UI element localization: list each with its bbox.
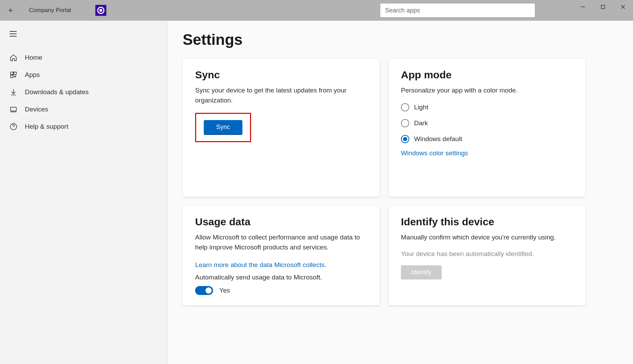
back-button[interactable]: [7, 6, 15, 14]
sidebar-item-home[interactable]: Home: [0, 49, 167, 66]
sidebar: Home Apps Downloads & updates Devices: [0, 21, 167, 364]
app-title: Company Portal: [29, 7, 71, 14]
search-input[interactable]: [380, 3, 535, 18]
card-usage-data: Usage data Allow Microsoft to collect pe…: [183, 206, 380, 305]
windows-color-settings-link[interactable]: Windows color settings: [401, 149, 468, 157]
sidebar-item-label: Devices: [25, 106, 48, 113]
svg-rect-3: [601, 5, 605, 9]
help-icon: [10, 123, 17, 130]
radio-light[interactable]: Light: [401, 103, 573, 111]
sidebar-item-label: Apps: [25, 71, 40, 79]
identify-button: Identify: [401, 265, 442, 279]
app-logo-icon: [95, 5, 106, 16]
sidebar-item-label: Home: [25, 54, 42, 61]
svg-rect-4: [11, 72, 13, 75]
toggle-thumb-icon: [205, 287, 212, 294]
download-icon: [10, 88, 17, 96]
radio-icon: [401, 135, 409, 143]
radio-icon: [401, 119, 409, 127]
sync-button[interactable]: Sync: [204, 120, 242, 135]
radio-icon: [401, 103, 409, 111]
sidebar-item-help[interactable]: Help & support: [0, 118, 167, 135]
minimize-icon: [581, 4, 585, 9]
apps-icon: [10, 71, 17, 79]
card-identify-device: Identify this device Manually confirm wh…: [389, 206, 585, 305]
close-icon: [621, 4, 625, 9]
sidebar-item-label: Help & support: [25, 123, 68, 130]
sidebar-item-devices[interactable]: Devices: [0, 101, 167, 118]
identify-status: Your device has been automatically ident…: [401, 250, 573, 258]
radio-windows-default[interactable]: Windows default: [401, 135, 573, 143]
radio-label: Light: [414, 104, 428, 111]
minimize-button[interactable]: [573, 0, 593, 14]
sidebar-item-apps[interactable]: Apps: [0, 66, 167, 83]
maximize-icon: [601, 4, 605, 9]
page-title: Settings: [183, 31, 618, 48]
window-controls: [573, 0, 633, 14]
radio-dark[interactable]: Dark: [401, 119, 573, 127]
svg-point-1: [99, 9, 102, 12]
card-description: Sync your device to get the latest updat…: [195, 86, 367, 105]
home-icon: [10, 54, 17, 61]
radio-label: Dark: [414, 119, 428, 127]
titlebar: Company Portal: [0, 0, 633, 21]
devices-icon: [10, 106, 17, 113]
sidebar-item-downloads[interactable]: Downloads & updates: [0, 83, 167, 101]
learn-more-link[interactable]: Learn more about the data Microsoft coll…: [195, 261, 326, 269]
card-description: Manually confirm which device you're cur…: [401, 233, 573, 243]
card-description: Personalize your app with a color mode.: [401, 86, 573, 96]
highlight-annotation: Sync: [195, 113, 251, 142]
svg-rect-7: [11, 107, 17, 111]
radio-label: Windows default: [414, 135, 462, 143]
card-title: App mode: [401, 69, 573, 81]
sidebar-item-label: Downloads & updates: [25, 88, 89, 96]
svg-rect-5: [14, 72, 16, 75]
card-app-mode: App mode Personalize your app with a col…: [389, 59, 585, 197]
card-title: Identify this device: [401, 216, 573, 228]
card-title: Sync: [195, 69, 367, 81]
toggle-state-label: Yes: [219, 287, 230, 294]
card-title: Usage data: [195, 216, 367, 228]
content-area: Settings Sync Sync your device to get th…: [167, 21, 633, 364]
svg-rect-6: [11, 75, 13, 78]
close-button[interactable]: [613, 0, 633, 14]
maximize-button[interactable]: [593, 0, 613, 14]
hamburger-button[interactable]: [0, 27, 167, 42]
card-description: Allow Microsoft to collect performance a…: [195, 233, 367, 252]
usage-toggle[interactable]: [195, 286, 213, 295]
card-sync: Sync Sync your device to get the latest …: [183, 59, 380, 197]
hamburger-icon: [10, 31, 17, 37]
svg-rect-2: [581, 7, 585, 7]
auto-send-label: Automatically send usage data to Microso…: [195, 274, 367, 281]
arrow-left-icon: [8, 7, 14, 13]
